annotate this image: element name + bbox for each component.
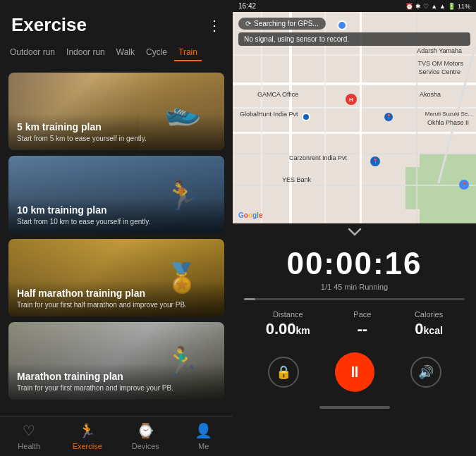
tab-outdoor-run[interactable]: Outdoor run (6, 44, 59, 61)
nav-devices-label: Devices (132, 442, 159, 450)
nav-health-label: Health (18, 442, 40, 450)
map-label-yes-bank: YES Bank (282, 176, 311, 183)
tab-cycle[interactable]: Cycle (142, 44, 171, 61)
heart-status-icon: ♡ (423, 3, 429, 10)
exercise-nav-tabs: Outdoor run Indoor run Walk Cycle Train (0, 42, 233, 67)
map-road-h6 (233, 107, 476, 109)
status-time: 16:42 (238, 2, 256, 10)
app-title: Exercise (11, 14, 87, 36)
card-half-marathon[interactable]: 🏅 Half marathon training plan Train for … (8, 239, 224, 316)
card-10km-content: 10 km training plan Start from 10 km to … (8, 197, 224, 233)
distance-value: 0.00km (266, 320, 310, 338)
map-label-maruti: Maruti Suzuki Se... (425, 111, 472, 117)
battery-icon: 🔋 (448, 3, 456, 10)
card-half-desc: Train for your first half marathon and i… (17, 300, 216, 309)
tab-indoor-run[interactable]: Indoor run (62, 44, 109, 61)
map-road-h4 (233, 185, 476, 186)
status-bar: 16:42 ⏰ ✱ ♡ ▲ ▲ 🔋 11% (233, 0, 476, 12)
lock-button[interactable]: 🔒 (268, 357, 299, 388)
map-green-zone-2 (405, 167, 434, 209)
nav-devices[interactable]: ⌚ Devices (116, 417, 175, 456)
nav-me-label: Me (198, 442, 209, 450)
tab-train[interactable]: Train (174, 44, 202, 61)
map-label-gamca: GAMCA Office (257, 91, 298, 98)
home-indicator (319, 406, 390, 409)
card-marathon-desc: Train for your first marathon and improv… (17, 383, 216, 393)
nav-health[interactable]: ♡ Health (0, 417, 59, 456)
card-10km[interactable]: 🏃 10 km training plan Start from 10 km t… (8, 156, 224, 233)
nav-exercise-label: Exercise (73, 442, 102, 450)
stat-calories: Calories 0kcal (415, 310, 443, 338)
card-marathon[interactable]: 🏃‍♂️ Marathon training plan Train for yo… (8, 322, 224, 400)
left-panel: Exercise ⋮ Outdoor run Indoor run Walk C… (0, 0, 233, 456)
chevron-collapse[interactable] (233, 223, 476, 240)
pause-button[interactable]: ⏸ (335, 352, 374, 392)
map-label-akosha: Akosha (420, 91, 441, 98)
map-notifications: ⟳ Searching for GPS... No signal, using … (238, 18, 470, 46)
bluetooth-icon: ✱ (415, 3, 421, 10)
map-pin-akosha: 📍 (384, 113, 393, 121)
right-panel: 16:42 ⏰ ✱ ♡ ▲ ▲ 🔋 11% (233, 0, 476, 456)
signal-icon: ▲ (439, 3, 446, 10)
nav-me[interactable]: 👤 Me (175, 417, 233, 456)
exercise-icon: 🏃 (78, 422, 96, 439)
map-pin-carzonrent: 📍 (370, 156, 380, 166)
lock-icon: 🔒 (276, 364, 291, 380)
wifi-icon: ▲ (431, 3, 437, 10)
nav-exercise[interactable]: 🏃 Exercise (59, 417, 117, 456)
health-icon: ♡ (23, 422, 35, 439)
pace-label: Pace (353, 310, 371, 319)
gps-searching-icon: ⟳ (245, 20, 251, 27)
card-10km-title: 10 km training plan (17, 204, 216, 216)
card-5km[interactable]: 👟 5 km training plan Start from 5 km to … (8, 73, 224, 150)
workout-stats: Distance 0.00km Pace -- Calories 0kcal (233, 304, 476, 344)
google-logo: Google (238, 211, 262, 219)
signal-status-text: No signal, using sensor to record. (244, 35, 349, 43)
card-marathon-title: Marathon training plan (17, 371, 216, 382)
tab-walk[interactable]: Walk (112, 44, 139, 61)
timer-value: 00:00:16 (244, 246, 465, 281)
map-container: H 📍 📍 📍 Intex Technologies Adarsh Yamaha… (233, 12, 476, 223)
map-label-okhla: Okhla Phase II (427, 119, 469, 126)
me-icon: 👤 (195, 422, 212, 439)
more-options-button[interactable]: ⋮ (207, 17, 221, 34)
map-label-service: Service Centre (418, 68, 460, 75)
map-label-adarsh: Adarsh Yamaha (417, 47, 462, 54)
distance-label: Distance (273, 310, 303, 319)
timer-section: 00:00:16 1/1 45 min Running (233, 240, 476, 294)
stat-pace: Pace -- (353, 310, 371, 338)
battery-level: 11% (458, 3, 470, 10)
card-marathon-content: Marathon training plan Train for your fi… (8, 364, 224, 400)
card-half-title: Half marathon training plan (17, 288, 216, 299)
calories-value: 0kcal (415, 320, 443, 338)
map-road-h5 (233, 54, 476, 56)
map-road-h1 (233, 82, 476, 85)
map-road-h2 (233, 132, 476, 134)
sound-button[interactable]: 🔊 (410, 357, 441, 388)
workout-controls: 🔒 ⏸ 🔊 (233, 344, 476, 403)
map-location-dot (302, 113, 310, 121)
card-half-content: Half marathon training plan Train for yo… (8, 281, 224, 316)
gps-notification: ⟳ Searching for GPS... (238, 18, 326, 30)
app-header: Exercise ⋮ (0, 0, 233, 42)
card-5km-title: 5 km training plan (17, 121, 216, 133)
map-pin-blue-right: 📍 (459, 180, 469, 190)
bottom-navigation: ♡ Health 🏃 Exercise ⌚ Devices 👤 Me (0, 416, 233, 456)
timer-subtitle: 1/1 45 min Running (244, 283, 465, 291)
map-pin-gamca: H (346, 94, 357, 105)
calories-label: Calories (415, 310, 443, 319)
training-cards-list: 👟 5 km training plan Start from 5 km to … (0, 67, 233, 416)
workout-panel: 00:00:16 1/1 45 min Running Distance 0.0… (233, 223, 476, 456)
card-5km-desc: Start from 5 km to ease yourself in gent… (17, 134, 216, 143)
card-5km-content: 5 km training plan Start from 5 km to ea… (8, 114, 224, 150)
status-icons: ⏰ ✱ ♡ ▲ ▲ 🔋 11% (405, 3, 470, 10)
card-10km-desc: Start from 10 km to ease yourself in gen… (17, 217, 216, 226)
stat-distance: Distance 0.00km (266, 310, 310, 338)
workout-progress (233, 294, 476, 304)
chevron-down-icon (348, 228, 362, 236)
pause-icon: ⏸ (347, 363, 362, 381)
map-road-h3 (233, 153, 476, 154)
devices-icon: ⌚ (137, 422, 154, 439)
sound-icon: 🔊 (418, 364, 434, 380)
map-label-tvs: TVS OM Motors (417, 60, 463, 67)
